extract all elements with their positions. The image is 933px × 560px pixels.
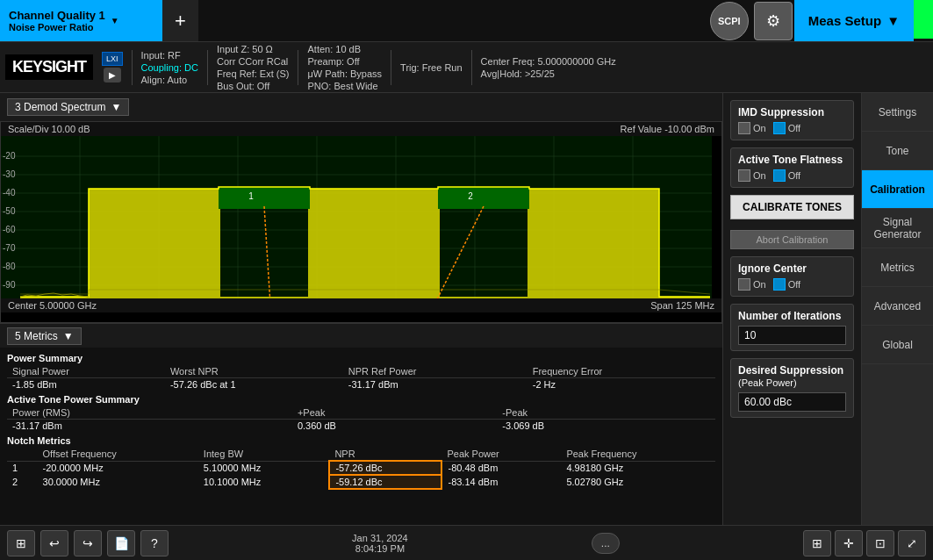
- ignore-toggle-row: On Off: [738, 278, 846, 291]
- notch-row-2: 2 30.0000 MHz 10.1000 MHz -59.12 dBc -83…: [7, 475, 715, 489]
- help-button[interactable]: ?: [140, 530, 169, 556]
- minus-peak-value: -3.069 dB: [497, 420, 715, 433]
- tone-on-checkbox[interactable]: [738, 169, 750, 182]
- notch-metrics-title: Notch Metrics: [7, 435, 715, 446]
- spectrum-dropdown-icon: ▼: [111, 101, 121, 113]
- file-button[interactable]: 📄: [107, 530, 135, 556]
- svg-rect-26: [438, 187, 529, 209]
- ignore-on-option[interactable]: On: [738, 278, 766, 291]
- channel-quality-button[interactable]: Channel Quality 1 Noise Power Ratio ▼: [0, 0, 162, 41]
- noise-power-ratio-label: Noise Power Ratio: [9, 22, 105, 32]
- impedance-info-col: Input Z: 50 Ω Corr CCorr RCal Freq Ref: …: [217, 44, 290, 91]
- spectrum-top-labels: Scale/Div 10.00 dB Ref Value -10.00 dBm: [1, 122, 721, 136]
- info-divider: [132, 50, 133, 85]
- meas-setup-dropdown-icon: ▼: [886, 13, 900, 28]
- imd-on-option[interactable]: On: [738, 122, 766, 134]
- add-measurement-button[interactable]: +: [162, 0, 198, 41]
- plus-peak-value: 0.360 dB: [292, 420, 497, 433]
- layout-button-2[interactable]: ⊡: [866, 530, 894, 556]
- iterations-title: Number of Iterations: [738, 310, 846, 322]
- imd-suppression-group: IMD Suppression On Off: [730, 100, 854, 140]
- imd-toggle-row: On Off: [738, 122, 846, 134]
- svg-marker-24: [20, 189, 710, 298]
- metrics-dropdown-icon: ▼: [63, 330, 74, 342]
- redo-button[interactable]: ↪: [74, 530, 102, 556]
- signal-power-header: Signal Power: [7, 365, 165, 378]
- chat-button[interactable]: ...: [592, 533, 620, 554]
- top-bar: Channel Quality 1 Noise Power Ratio ▼ + …: [0, 0, 933, 42]
- cursor-button[interactable]: ✛: [835, 530, 863, 556]
- tone-summary-table: Power (RMS) +Peak -Peak -31.17 dBm 0.360…: [7, 406, 715, 432]
- power-summary-title: Power Summary: [7, 353, 715, 363]
- desired-suppression-title: Desired Suppression (Peak Power): [738, 364, 846, 389]
- meas-setup-button[interactable]: Meas Setup ▼: [794, 0, 914, 41]
- iterations-input[interactable]: [738, 326, 846, 345]
- peak-power-header: Peak Power: [441, 448, 561, 461]
- worst-npr-value: -57.26 dBc at 1: [165, 378, 343, 391]
- tone-on-option[interactable]: On: [738, 169, 766, 182]
- npr-ref-value: -31.17 dBm: [343, 378, 528, 391]
- atten-info-col: Atten: 10 dB Preamp: Off μW Path: Bypass…: [307, 44, 382, 91]
- imd-off-checkbox[interactable]: [773, 122, 786, 134]
- tone-off-checkbox[interactable]: [773, 169, 786, 182]
- imd-suppression-title: IMD Suppression: [738, 106, 846, 118]
- metrics-content: Power Summary Signal Power Worst NPR NPR…: [0, 348, 722, 525]
- time-label: 8:04:19 PM: [352, 543, 408, 554]
- info-bar: KEYSIGHT LXI ▶ Input: RF Coupling: DC Al…: [0, 42, 933, 93]
- windows-start-button[interactable]: ⊞: [7, 530, 35, 556]
- svg-text:-20: -20: [3, 151, 16, 161]
- spectrum-mode-select[interactable]: 3 Demod Spectrum ▼: [7, 98, 129, 116]
- integ-bw-header: Integ BW: [198, 448, 330, 461]
- desired-suppression-input[interactable]: [738, 392, 846, 412]
- svg-line-29: [264, 206, 282, 298]
- tab-global[interactable]: Global: [862, 326, 933, 364]
- right-panel: IMD Suppression On Off Active Tone Flatn…: [722, 93, 933, 525]
- svg-text:-30: -30: [3, 169, 16, 179]
- channel-quality-label: Channel Quality 1: [9, 9, 105, 22]
- imd-off-option[interactable]: Off: [773, 122, 800, 134]
- notch-npr-1: -57.26 dBc: [329, 461, 441, 475]
- tab-settings[interactable]: Settings: [862, 93, 933, 132]
- fullscreen-button[interactable]: ⤢: [898, 530, 926, 556]
- freq-error-header: Frequency Error: [528, 365, 715, 378]
- scpi-button[interactable]: SCPI: [710, 2, 749, 40]
- tab-advanced[interactable]: Advanced: [862, 287, 933, 326]
- svg-text:-60: -60: [3, 225, 16, 234]
- power-summary-table: Signal Power Worst NPR NPR Ref Power Fre…: [7, 365, 715, 391]
- abort-calibration-button[interactable]: Abort Calibration: [730, 230, 854, 249]
- tab-signal-generator[interactable]: Signal Generator: [862, 209, 933, 248]
- calibrate-tones-button[interactable]: CALIBRATE TONES: [730, 195, 854, 219]
- bottom-right-buttons: ⊞ ✛ ⊡ ⤢: [803, 530, 926, 556]
- tone-flatness-group: Active Tone Flatness On Off: [730, 147, 854, 188]
- spectrum-bottom-labels: Center 5.00000 GHz Span 125 MHz: [1, 298, 721, 312]
- tone-off-option[interactable]: Off: [773, 169, 800, 182]
- minus-peak-header: -Peak: [497, 406, 715, 420]
- settings-gear-button[interactable]: ⚙: [754, 2, 793, 40]
- tab-calibration[interactable]: Calibration: [862, 170, 933, 209]
- info-divider-4: [391, 50, 391, 85]
- svg-rect-25: [219, 187, 310, 209]
- layout-button-1[interactable]: ⊞: [803, 530, 831, 556]
- ignore-off-checkbox[interactable]: [773, 278, 786, 291]
- info-divider-2: [207, 50, 208, 85]
- right-controls: IMD Suppression On Off Active Tone Flatn…: [723, 93, 861, 525]
- ignore-off-option[interactable]: Off: [773, 278, 800, 291]
- spectrum-display: Scale/Div 10.00 dB Ref Value -10.00 dBm: [0, 121, 722, 323]
- undo-button[interactable]: ↩: [40, 530, 68, 556]
- npr-ref-header: NPR Ref Power: [343, 365, 528, 378]
- imd-on-checkbox[interactable]: [738, 122, 750, 134]
- spectrum-svg-container: -20 -30 -40 -50 -60 -70 -80 -90: [1, 136, 721, 298]
- freq-error-value: -2 Hz: [528, 378, 715, 391]
- ignore-center-group: Ignore Center On Off: [730, 256, 854, 297]
- ignore-on-checkbox[interactable]: [738, 278, 750, 291]
- metrics-mode-select[interactable]: 5 Metrics ▼: [7, 327, 82, 345]
- svg-text:2: 2: [468, 191, 473, 201]
- tab-metrics[interactable]: Metrics: [862, 248, 933, 287]
- spectrum-chart: -20 -30 -40 -50 -60 -70 -80 -90: [1, 136, 712, 298]
- tab-tone[interactable]: Tone: [862, 132, 933, 170]
- green-status-indicator: [914, 0, 933, 39]
- ignore-center-title: Ignore Center: [738, 262, 846, 275]
- date-label: Jan 31, 2024: [352, 533, 408, 543]
- center-freq-info-col: Center Freq: 5.000000000 GHz Avg|Hold: >…: [481, 56, 616, 79]
- svg-text:-80: -80: [3, 262, 16, 271]
